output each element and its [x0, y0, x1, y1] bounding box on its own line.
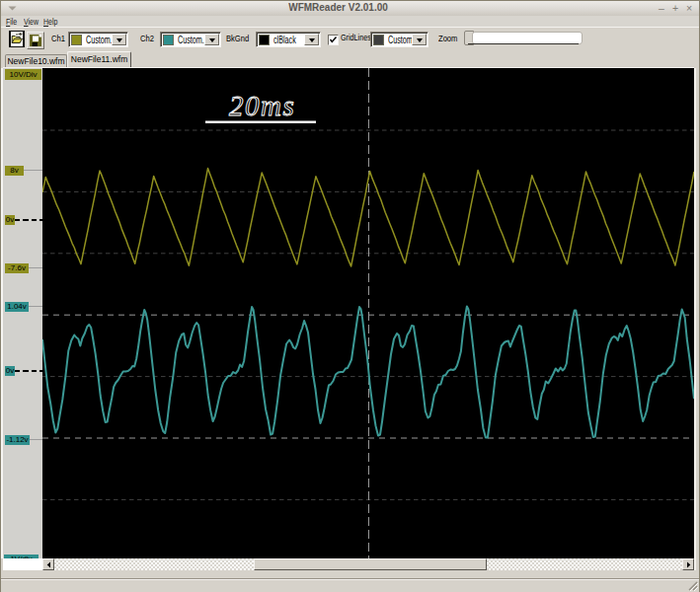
svg-text:20ms: 20ms [229, 90, 295, 121]
